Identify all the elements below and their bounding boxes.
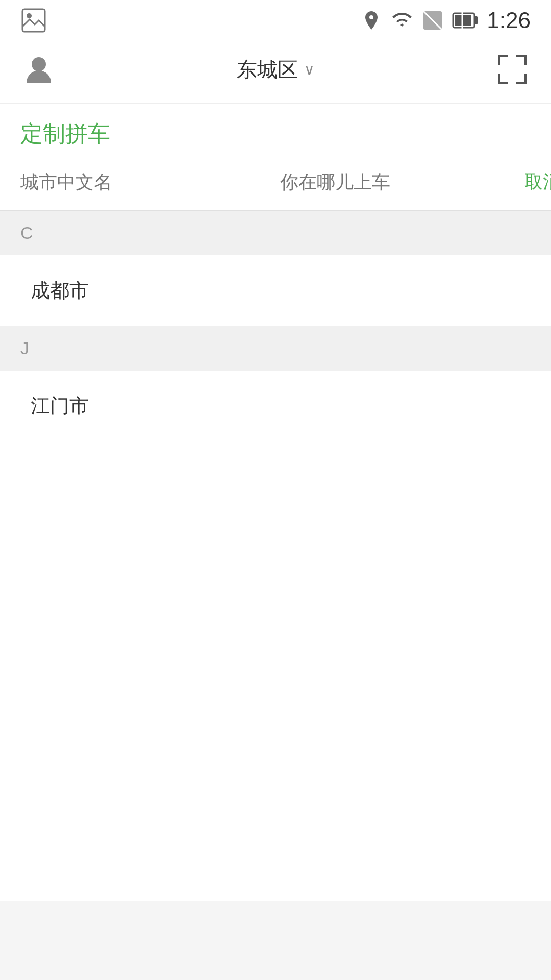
status-time: 1:26 <box>487 8 531 33</box>
svg-point-1 <box>27 13 32 18</box>
page-title: 定制拼车 <box>20 121 110 146</box>
section-j-items: 江门市 <box>0 371 551 442</box>
city-item-jiangmen[interactable]: 江门市 <box>0 371 551 442</box>
status-bar: 1:26 <box>0 0 551 41</box>
pickup-search-input[interactable] <box>280 172 509 193</box>
svg-rect-15 <box>498 74 500 84</box>
svg-point-2 <box>369 15 373 19</box>
chevron-down-icon: ∨ <box>304 61 315 78</box>
city-item-chengdu[interactable]: 成都市 <box>0 255 551 326</box>
wifi-icon <box>391 9 413 32</box>
svg-rect-13 <box>524 55 527 65</box>
empty-space <box>0 442 551 901</box>
location-text: 东城区 <box>237 56 298 84</box>
location-icon <box>360 9 383 32</box>
svg-rect-11 <box>498 55 500 65</box>
section-header-j: J <box>0 326 551 371</box>
cancel-button[interactable]: 取消 <box>524 169 551 194</box>
location-selector[interactable]: 东城区 ∨ <box>237 56 315 84</box>
section-header-c: C <box>0 211 551 255</box>
avatar-button[interactable] <box>20 51 57 88</box>
city-search-input[interactable] <box>20 172 249 193</box>
title-section: 定制拼车 <box>0 104 551 159</box>
section-c-items: 成都市 <box>0 255 551 326</box>
svg-rect-6 <box>474 16 478 24</box>
svg-rect-17 <box>524 74 527 84</box>
status-bar-left <box>20 7 47 34</box>
city-list: C 成都市 J 江门市 <box>0 211 551 901</box>
svg-rect-0 <box>22 9 45 32</box>
status-bar-right: 1:26 <box>360 8 531 33</box>
scan-button[interactable] <box>494 51 531 88</box>
sim-icon <box>421 9 444 32</box>
header: 东城区 ∨ <box>0 41 551 104</box>
gallery-icon <box>20 7 47 34</box>
svg-point-9 <box>32 57 46 71</box>
battery-icon <box>452 9 479 32</box>
scan-icon <box>496 53 529 86</box>
user-icon <box>22 53 55 86</box>
search-bar: 取消 <box>0 159 551 211</box>
